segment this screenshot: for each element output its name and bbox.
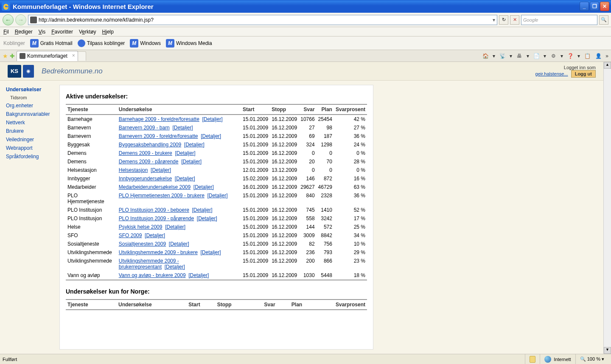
messenger-icon[interactable]: 👤 (594, 52, 602, 60)
survey-link[interactable]: Utviklingshemmede 2009 - brukere (119, 249, 198, 255)
survey-link[interactable]: Helsestasjon (119, 167, 148, 173)
cell-svarprosent: 52 % (334, 206, 367, 214)
survey-link[interactable]: PLO Institusjon 2009 - pårørende (119, 216, 194, 221)
nav-item[interactable]: Språkfordeling (6, 154, 58, 160)
survey-link[interactable]: Byggesaksbehandling 2009 (119, 142, 181, 148)
nav-item[interactable]: Undersøkelser (6, 87, 58, 92)
survey-link[interactable]: Medarbeiderundersøkelse 2009 (119, 184, 191, 190)
details-link[interactable]: [Detaljer] (202, 116, 223, 122)
scroll-up-button[interactable]: ▲ (604, 62, 611, 69)
details-link[interactable]: [Detaljer] (165, 224, 185, 230)
new-tab-button[interactable] (78, 51, 86, 61)
print-icon[interactable]: 🖶 (516, 52, 523, 60)
details-link[interactable]: [Detaljer] (188, 272, 209, 278)
survey-link[interactable]: Psykisk helse 2009 (119, 224, 163, 230)
details-link[interactable]: [Detaljer] (165, 264, 185, 270)
toolbar-overflow-icon[interactable]: » (605, 53, 608, 59)
nav-item[interactable]: Bakgrunnsvariabler (6, 111, 58, 117)
nav-item[interactable]: Brukere (6, 128, 58, 134)
cell-tjeneste: Barnevern (66, 132, 117, 140)
cell-tjeneste: PLO Hjemmetjeneste (66, 191, 117, 206)
help-icon[interactable]: ❓ (566, 52, 574, 60)
forward-button[interactable]: → (15, 14, 26, 25)
link-hotmail[interactable]: MGratis Hotmail (30, 39, 73, 48)
back-button[interactable]: ← (3, 14, 14, 25)
nav-item[interactable]: Nettverk (6, 120, 58, 126)
feeds-icon[interactable]: 📡 (499, 52, 506, 60)
link-windows[interactable]: MWindows (130, 39, 161, 48)
cell-svar: 324 (299, 140, 316, 149)
col2-start: Start (187, 300, 215, 310)
nav-subitem[interactable]: Tidsrom (10, 95, 58, 100)
survey-link[interactable]: PLO Institusjon 2009 - beboere (119, 207, 189, 213)
ie-small-icon (78, 39, 85, 47)
link-tilpass[interactable]: Tilpass koblinger (78, 39, 125, 47)
details-link[interactable]: [Detaljer] (193, 184, 214, 190)
cell-stopp: 16.12.2009 (270, 191, 299, 206)
details-link[interactable]: [Detaljer] (175, 176, 195, 182)
refresh-button[interactable]: ↻ (499, 15, 508, 25)
survey-link[interactable]: Barnevern 2009 - barn (119, 125, 170, 131)
home-icon[interactable]: 🏠 (482, 52, 489, 60)
logout-button[interactable]: Logg ut (571, 70, 596, 78)
menu-verktoy[interactable]: Verktøy (79, 29, 96, 35)
details-link[interactable]: [Detaljer] (151, 167, 171, 173)
survey-link[interactable]: PLO Hjemmetjenesten 2009 - brukere (119, 193, 205, 199)
survey-link[interactable]: Barnevern 2009 - foreldre/foresatte (119, 133, 198, 139)
ks-logo: KS (8, 65, 21, 78)
cell-plan: 3242 (317, 214, 334, 223)
username-link[interactable]: geir.halstense... (535, 71, 568, 76)
details-link[interactable]: [Detaljer] (201, 133, 221, 139)
scroll-down-button[interactable]: ▼ (604, 347, 611, 354)
menu-hjelp[interactable]: Hjelp (102, 29, 114, 35)
nav-item[interactable]: Webrapport (6, 145, 58, 151)
table-row: UtviklingshemmedeUtviklingshemmede 2009 … (66, 248, 367, 257)
survey-link[interactable]: Demens 2009 - pårørende (119, 159, 179, 165)
nav-item[interactable]: Veiledninger (6, 137, 58, 143)
survey-link[interactable]: Demens 2009 - brukere (119, 150, 172, 156)
link-windows-media[interactable]: MWindows Media (166, 39, 212, 48)
details-link[interactable]: [Detaljer] (169, 241, 189, 247)
menu-rediger[interactable]: Rediger (15, 29, 33, 35)
details-link[interactable]: [Detaljer] (207, 193, 228, 199)
details-link[interactable]: [Detaljer] (145, 232, 165, 238)
details-link[interactable]: [Detaljer] (184, 142, 205, 148)
cell-svar: 236 (299, 248, 316, 257)
page-icon[interactable]: 📄 (533, 52, 540, 60)
add-favorite-icon[interactable]: ✚ (10, 53, 15, 59)
details-link[interactable]: [Detaljer] (200, 249, 221, 255)
details-link[interactable]: [Detaljer] (181, 159, 202, 165)
details-link[interactable]: [Detaljer] (172, 125, 193, 131)
search-button[interactable]: 🔍 (599, 15, 608, 25)
cell-start: 15.01.2009 (241, 115, 270, 123)
zoom-level[interactable]: 🔍 100 % ▾ (580, 356, 604, 362)
cell-plan: 756 (317, 240, 334, 248)
cell-svar: 840 (299, 191, 316, 206)
menu-fil[interactable]: Fil (3, 29, 9, 35)
tools-icon[interactable]: ⚙ (549, 52, 557, 60)
details-link[interactable]: [Detaljer] (192, 207, 213, 213)
menu-vis[interactable]: Vis (39, 29, 45, 35)
survey-link[interactable]: Sosialtjenesten 2009 (119, 241, 166, 247)
details-link[interactable]: [Detaljer] (175, 150, 195, 156)
favorites-star-icon[interactable]: ★ (3, 53, 8, 59)
window-minimize-button[interactable]: _ (580, 2, 589, 11)
search-box[interactable]: Google (521, 15, 597, 25)
window-close-button[interactable]: ✕ (600, 2, 609, 11)
address-bar[interactable]: http://admin.bedrekommune.no/more/kf/adm… (28, 15, 497, 25)
msn-icon: M (30, 39, 39, 48)
survey-link[interactable]: Innbyggerundersøkelse (119, 176, 172, 182)
survey-link[interactable]: Vann og avløp - brukere 2009 (119, 272, 186, 278)
survey-link[interactable]: SFO 2009 (119, 232, 142, 238)
vertical-scrollbar[interactable]: ▲ ▼ (603, 62, 611, 354)
nav-item[interactable]: Org.enheter (6, 103, 58, 109)
menu-favoritter[interactable]: Favoritter (51, 29, 73, 35)
window-maximize-button[interactable]: ❐ (590, 2, 599, 11)
tab-current[interactable]: Kommuneforlaget (17, 51, 78, 61)
cell-stopp: 16.12.2009 (270, 157, 299, 166)
table-row: BarnehageBarnehage 2009 - foreldre/fores… (66, 115, 367, 123)
details-link[interactable]: [Detaljer] (197, 216, 217, 221)
research-icon[interactable]: 📋 (583, 52, 591, 60)
stop-button[interactable]: ✕ (510, 15, 519, 25)
survey-link[interactable]: Barnehage 2009 - foreldre/foresatte (119, 116, 199, 122)
